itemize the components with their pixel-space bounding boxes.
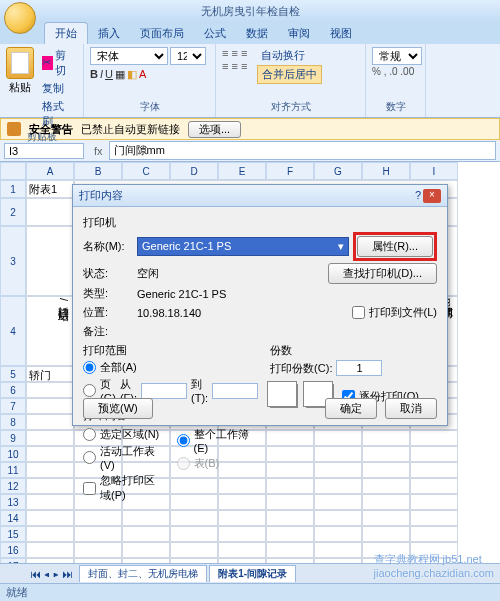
formula-input[interactable]: 门间隙mm [109,141,496,160]
sheet-tab-2[interactable]: 附表1-间隙记录 [209,565,296,582]
print-table-radio [177,457,190,470]
col-a[interactable]: A [26,162,74,180]
name-box[interactable]: I3 [4,143,84,159]
sheet-nav-icon[interactable]: ⏮ ◀ ▶ ⏭ [30,568,73,580]
print-active-radio[interactable] [83,451,96,464]
range-all-radio[interactable] [83,361,96,374]
range-pages-radio[interactable] [83,384,96,397]
print-dialog: 打印内容 ? × 打印机 名称(M): Generic 21C-1 PS▾ 属性… [72,184,448,426]
shield-icon [7,122,21,136]
warn-msg: 已禁止自动更新链接 [81,122,180,137]
tab-layout[interactable]: 页面布局 [130,23,194,44]
tab-data[interactable]: 数据 [236,23,278,44]
print-workbook-radio[interactable] [177,434,190,447]
warn-options-button[interactable]: 选项... [188,121,241,138]
italic-button[interactable]: I [100,68,103,81]
printer-section-label: 打印机 [83,215,437,230]
page-to-input[interactable] [212,383,258,399]
cancel-button[interactable]: 取消 [385,398,437,419]
window-title: 无机房曳引年检自检 [6,4,494,19]
group-number-label: 数字 [372,100,419,114]
formula-bar: I3 fx 门间隙mm [0,140,500,162]
watermark: 查字典教程网 jb51.net jiaocheng.chazidian.com [374,552,494,579]
col-b[interactable]: B [74,162,122,180]
office-orb[interactable] [4,2,36,34]
font-name[interactable]: 宋体 [90,47,168,65]
fill-button[interactable]: ◧ [127,68,137,81]
warn-label: 安全警告 [29,122,73,137]
print-selection-radio[interactable] [83,428,96,441]
col-i[interactable]: I [410,162,458,180]
tab-formula[interactable]: 公式 [194,23,236,44]
tab-view[interactable]: 视图 [320,23,362,44]
group-align-label: 对齐方式 [222,100,359,114]
dialog-title: 打印内容 [79,188,123,203]
tab-insert[interactable]: 插入 [88,23,130,44]
printer-properties-button[interactable]: 属性(R)... [357,236,433,257]
col-e[interactable]: E [218,162,266,180]
fx-icon[interactable]: fx [88,145,109,157]
status-bar: 就绪 [0,583,500,601]
number-format[interactable]: 常规 [372,47,422,65]
page-from-input[interactable] [141,383,187,399]
group-font-label: 字体 [90,100,209,114]
bold-button[interactable]: B [90,68,98,81]
dialog-help-icon[interactable]: ? [415,189,421,203]
ok-button[interactable]: 确定 [325,398,377,419]
paste-icon[interactable] [6,47,34,79]
tab-home[interactable]: 开始 [44,22,88,44]
preview-button[interactable]: 预览(W) [83,398,153,419]
find-printer-button[interactable]: 查找打印机(D)... [328,263,437,284]
col-g[interactable]: G [314,162,362,180]
tab-review[interactable]: 审阅 [278,23,320,44]
col-h[interactable]: H [362,162,410,180]
sheet-tab-1[interactable]: 封面、封二、无机房电梯 [79,565,207,582]
col-d[interactable]: D [170,162,218,180]
wrap-text-button[interactable]: 自动换行 [257,47,322,64]
print-to-file-checkbox[interactable] [352,306,365,319]
merge-center-button[interactable]: 合并后居中 [257,65,322,84]
col-f[interactable]: F [266,162,314,180]
col-c[interactable]: C [122,162,170,180]
ignore-print-area-checkbox[interactable] [83,482,96,495]
ribbon: 粘贴 ✂剪切 复制 格式刷 剪贴板 宋体 12 B I U ▦ ◧ A [0,44,500,118]
title-bar: 无机房曳引年检自检 [0,0,500,22]
underline-button[interactable]: U [105,68,113,81]
ribbon-tabs: 开始 插入 页面布局 公式 数据 审阅 视图 [0,22,500,44]
border-button[interactable]: ▦ [115,68,125,81]
select-all-corner[interactable] [0,162,26,180]
copies-input[interactable] [336,360,382,376]
printer-name-combo[interactable]: Generic 21C-1 PS▾ [137,237,349,256]
cut-button[interactable]: ✂剪切 [38,47,77,79]
dialog-close-button[interactable]: × [423,189,441,203]
copy-button[interactable]: 复制 [38,80,77,97]
font-size[interactable]: 12 [170,47,206,65]
font-color-button[interactable]: A [139,68,146,81]
status-text: 就绪 [6,585,28,600]
paste-label: 粘贴 [9,80,31,95]
